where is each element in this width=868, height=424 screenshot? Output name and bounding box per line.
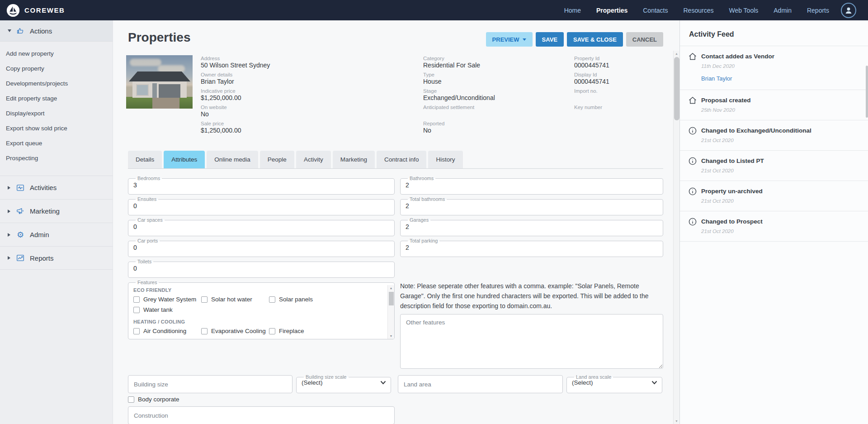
tab[interactable]: Activity — [296, 151, 331, 168]
save-button[interactable]: SAVE — [536, 32, 564, 47]
info-icon — [688, 217, 697, 226]
field-input[interactable] — [133, 201, 378, 210]
sidebar-action-item[interactable]: Display/export — [6, 109, 113, 118]
form-right-column: Bathrooms Total bathrooms Garages Total … — [400, 176, 663, 259]
scrollbar-thumb[interactable] — [674, 57, 679, 120]
summary-label: Stage — [423, 88, 574, 94]
save-and-close-button[interactable]: SAVE & CLOSE — [567, 32, 623, 47]
scroll-down-icon[interactable]: ▼ — [674, 419, 679, 423]
info-icon — [688, 126, 697, 135]
sidebar-action-item[interactable]: Prospecting — [6, 154, 113, 163]
sidebar-action-item[interactable]: Add new property — [6, 49, 113, 58]
feature-options: Air ConditioningEvaporative CoolingFirep… — [133, 328, 344, 338]
feature-option-label: Air Conditioning — [143, 328, 186, 334]
checkbox-icon[interactable] — [269, 328, 275, 334]
scrollbar-thumb[interactable] — [389, 292, 394, 305]
sidebar-action-item[interactable]: Export show sold price — [6, 124, 113, 133]
main-scrollbar[interactable]: ▲ ▼ — [673, 51, 679, 424]
house-icon — [688, 96, 697, 105]
tab[interactable]: People — [260, 151, 294, 168]
field-input[interactable] — [406, 222, 647, 231]
preview-button[interactable]: PREVIEW — [486, 32, 533, 47]
feature-checkbox-option[interactable]: Grey Water System — [133, 296, 200, 303]
summary-pair: StageExchanged/Unconditional — [423, 88, 574, 102]
form-field: Garages — [400, 218, 663, 236]
building-size-scale-select[interactable]: Building size scale (Select) — [296, 375, 391, 393]
nav-link[interactable]: Properties — [596, 7, 627, 14]
nav-link[interactable]: Home — [564, 7, 581, 14]
feature-checkbox-option[interactable]: Air Conditioning — [133, 328, 200, 334]
nav-link[interactable]: Web Tools — [729, 7, 758, 14]
sidebar-action-item[interactable]: Export queue — [6, 139, 113, 148]
construction-input[interactable] — [128, 406, 395, 424]
field-input[interactable] — [133, 243, 378, 252]
activity-date: 21st Oct 2020 — [701, 138, 860, 143]
checkbox-icon[interactable] — [133, 328, 140, 334]
checkbox-icon[interactable] — [201, 328, 208, 334]
summary-label: Sale price — [201, 120, 423, 127]
sidebar-action-item[interactable]: Developments/projects — [6, 79, 113, 88]
tab[interactable]: Contract info — [377, 151, 427, 168]
main-content: Properties PREVIEW SAVE SAVE & CLOSE CAN… — [113, 20, 674, 424]
field-input[interactable] — [133, 264, 378, 273]
feature-checkbox-option[interactable]: Solar hot water — [201, 296, 268, 303]
checkbox-icon[interactable] — [128, 396, 134, 403]
tab[interactable]: Details — [128, 151, 162, 168]
feature-checkbox-option[interactable]: Water tank — [133, 306, 200, 313]
field-input[interactable] — [406, 181, 647, 190]
sidebar-section[interactable]: ⚙ Marketing — [0, 199, 113, 223]
scrollbar-thumb[interactable] — [866, 66, 868, 118]
scroll-up-icon[interactable]: ▲ — [674, 52, 679, 55]
land-area-input[interactable] — [398, 375, 563, 393]
feature-group: HEATING / COOLING Air ConditioningEvapor… — [133, 319, 385, 338]
sidebar-section-label: Marketing — [30, 207, 60, 215]
activity-contact-link[interactable]: Brian Taylor — [701, 75, 732, 82]
scroll-up-icon[interactable]: ▲ — [388, 286, 394, 290]
sidebar-action-item[interactable]: Copy property — [6, 64, 113, 73]
nav-link[interactable]: Contacts — [643, 7, 668, 14]
feature-checkbox-option[interactable]: Solar panels — [269, 296, 335, 303]
feed-scrollbar[interactable] — [865, 20, 868, 424]
summary-value: Residential For Sale — [423, 62, 574, 69]
cancel-button[interactable]: CANCEL — [626, 32, 663, 47]
field-input[interactable] — [133, 222, 378, 231]
summary-value: $1,250,000.00 — [201, 94, 423, 102]
nav-link[interactable]: Reports — [807, 7, 829, 14]
feature-option-label: Grey Water System — [143, 296, 196, 303]
checkbox-icon[interactable] — [269, 296, 275, 303]
checkbox-icon[interactable] — [201, 296, 208, 303]
activity-title: Property un-archived — [701, 187, 860, 195]
checkbox-icon[interactable] — [133, 307, 140, 313]
user-avatar[interactable] — [841, 3, 856, 18]
nav-link[interactable]: Resources — [684, 7, 714, 14]
features-scrollbar[interactable]: ▲ ▼ — [387, 285, 394, 339]
feature-checkbox-option[interactable]: Evaporative Cooling — [201, 328, 268, 334]
sidebar-action-item[interactable]: Edit property stage — [6, 94, 113, 103]
summary-label: Property Id — [574, 55, 674, 62]
building-size-input[interactable] — [128, 375, 292, 393]
sidebar-section[interactable]: ⚙ Activities — [0, 176, 113, 199]
attributes-form: Bedrooms Ensuites Car spaces Car ports T… — [128, 176, 663, 424]
activity-feed-item: Property un-archived 21st Oct 2020 — [680, 181, 868, 211]
land-area-scale-select[interactable]: Land area scale (Select) — [566, 375, 662, 393]
checkbox-icon[interactable] — [133, 296, 140, 303]
feature-checkbox-option[interactable]: Fireplace — [269, 328, 335, 334]
sidebar-section[interactable]: ⚙ Admin — [0, 223, 113, 246]
tab[interactable]: Attributes — [164, 151, 205, 168]
sidebar-section-actions[interactable]: Actions — [0, 20, 113, 42]
property-photo[interactable] — [126, 55, 193, 109]
tab[interactable]: Marketing — [333, 151, 375, 168]
feature-option-label: Solar hot water — [211, 296, 252, 303]
field-input[interactable] — [406, 243, 647, 252]
body-corporate-checkbox[interactable]: Body corporate — [128, 396, 179, 403]
nav-link[interactable]: Admin — [774, 7, 792, 14]
field-input[interactable] — [406, 201, 647, 210]
other-features-textarea[interactable] — [400, 314, 663, 369]
tab[interactable]: History — [428, 151, 462, 168]
scroll-down-icon[interactable]: ▼ — [388, 334, 394, 338]
tab[interactable]: Online media — [207, 151, 258, 168]
house-icon — [688, 52, 697, 61]
sidebar-section[interactable]: ⚙ Reports — [0, 246, 113, 270]
photo-driveway — [152, 98, 179, 109]
field-input[interactable] — [133, 181, 378, 190]
